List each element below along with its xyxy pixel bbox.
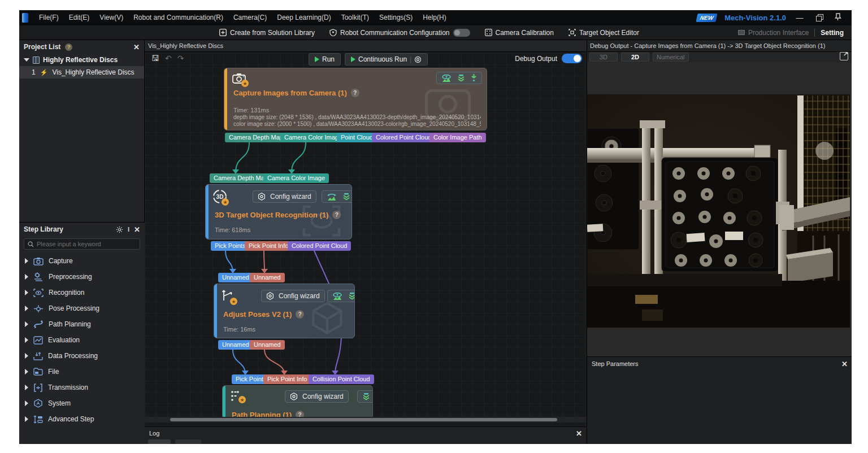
- menu-edit[interactable]: Edit(E): [64, 10, 95, 25]
- undo-button[interactable]: ↶: [165, 54, 172, 63]
- config-wizard-button[interactable]: Config wizard: [285, 390, 349, 403]
- collapse-chevrons-icon[interactable]: [348, 293, 355, 300]
- category-path-planning[interactable]: Path Planning: [19, 316, 145, 332]
- expand-caret-icon[interactable]: [25, 321, 28, 327]
- menu-deep-learning[interactable]: Deep Learning(D): [272, 10, 336, 25]
- expand-caret-icon[interactable]: [25, 290, 28, 295]
- redo-button[interactable]: ↷: [177, 54, 184, 63]
- graph-canvas[interactable]: 🖫 ↶ ↷ Run Continuous Run | Debug Output: [145, 52, 587, 426]
- node-capture-images-from-camera[interactable]: ★ Capture Images from Camera (1) ? Time:…: [224, 68, 487, 130]
- output-port[interactable]: Colored Point Cloud: [288, 241, 351, 251]
- debug-output-toggle[interactable]: [562, 54, 582, 63]
- category-advanced-step[interactable]: Advanced Step: [19, 411, 145, 427]
- input-port[interactable]: Unnamed: [218, 273, 253, 282]
- tab-numerical[interactable]: Numerical: [653, 53, 689, 62]
- log-tab-stub[interactable]: [148, 439, 171, 444]
- scrollbar-thumb[interactable]: [170, 418, 557, 421]
- expand-caret-icon[interactable]: [25, 416, 28, 422]
- output-port[interactable]: Pick Points: [211, 241, 249, 251]
- horizontal-scrollbar[interactable]: [145, 417, 587, 422]
- collapse-chevrons-icon[interactable]: [362, 393, 370, 400]
- visualization-icon[interactable]: [327, 193, 337, 201]
- input-port[interactable]: Collision Point Cloud: [309, 374, 374, 384]
- category-preprocessing[interactable]: Preprocessing: [19, 269, 145, 285]
- step-search-box[interactable]: [24, 238, 140, 250]
- expand-caret-icon[interactable]: [25, 400, 28, 406]
- robot-communication-toggle[interactable]: [453, 29, 470, 37]
- expand-caret-icon[interactable]: [25, 337, 28, 343]
- visualization-icon[interactable]: [332, 293, 342, 300]
- visualization-icon[interactable]: [441, 75, 452, 82]
- menu-toolkit[interactable]: Toolkit(T): [336, 10, 374, 25]
- production-interface-button[interactable]: Production Interface: [738, 29, 809, 37]
- project-group-row[interactable]: Highly Reflective Discs: [19, 54, 144, 66]
- setting-button[interactable]: Setting: [821, 29, 847, 37]
- node-adjust-poses-v2[interactable]: ★ Config wizard Adjust Poses V2 (1) ? Ti…: [214, 284, 355, 338]
- menu-view[interactable]: View(V): [94, 10, 128, 25]
- camera-calibration-button[interactable]: Camera Calibration: [485, 29, 554, 37]
- menu-settings[interactable]: Settings(S): [374, 10, 418, 25]
- project-list-close-icon[interactable]: ✕: [133, 43, 140, 51]
- category-recognition[interactable]: Recognition: [19, 285, 145, 300]
- pin-panel-icon[interactable]: I: [128, 226, 129, 233]
- output-port[interactable]: Camera Color Image: [280, 133, 346, 142]
- tab-3d[interactable]: 3D: [589, 53, 618, 62]
- output-port[interactable]: Colored Point Cloud: [372, 133, 435, 142]
- expand-caret-icon[interactable]: [25, 385, 28, 390]
- output-port[interactable]: Camera Depth Map: [225, 133, 287, 142]
- category-data-processing[interactable]: Data Processing: [19, 348, 145, 364]
- node-help-icon[interactable]: ?: [351, 89, 359, 97]
- collapse-chevrons-icon[interactable]: [457, 75, 465, 82]
- config-wizard-button[interactable]: Config wizard: [253, 190, 316, 203]
- input-port[interactable]: Unnamed: [250, 273, 285, 282]
- debug-image-viewer[interactable]: [587, 62, 852, 356]
- category-transmission[interactable]: Transmission: [19, 380, 145, 395]
- menu-camera[interactable]: Camera(C): [228, 10, 272, 25]
- open-external-icon[interactable]: [840, 52, 848, 60]
- minimize-button[interactable]: —: [794, 14, 805, 22]
- input-port[interactable]: Camera Depth Map: [210, 173, 272, 183]
- step-parameters-close-icon[interactable]: ✕: [841, 360, 848, 368]
- project-list-help-icon[interactable]: ?: [65, 43, 72, 51]
- gear-icon[interactable]: [116, 226, 123, 233]
- robot-communication-configuration-button[interactable]: Robot Communication Configuration: [329, 29, 470, 37]
- tab-2d[interactable]: 2D: [621, 53, 649, 62]
- menu-help[interactable]: Help(H): [418, 10, 451, 25]
- menu-file[interactable]: File(F): [34, 10, 64, 25]
- node-3d-target-object-recognition[interactable]: 3D ★ Config wizard 3D Target Object Reco…: [205, 184, 352, 239]
- save-button[interactable]: 🖫: [151, 54, 159, 63]
- menu-robot-communication[interactable]: Robot and Communication(R): [128, 10, 228, 25]
- continuous-run-button[interactable]: Continuous Run |: [345, 53, 428, 66]
- node-path-planning[interactable]: ★ Config wizard Path Planning (1) ?: [222, 385, 373, 419]
- expand-caret-icon[interactable]: [25, 353, 28, 359]
- create-from-solution-library-button[interactable]: Create from Solution Library: [219, 29, 315, 37]
- output-port[interactable]: Pick Point Info: [245, 241, 292, 251]
- node-help-icon[interactable]: ?: [296, 310, 304, 319]
- output-port[interactable]: Unnamed: [250, 340, 285, 350]
- category-file[interactable]: File: [19, 364, 145, 380]
- input-port[interactable]: Camera Color Image: [263, 173, 329, 183]
- output-port[interactable]: Unnamed: [218, 340, 253, 350]
- category-evaluation[interactable]: Evaluation: [19, 332, 145, 348]
- run-button[interactable]: Run: [309, 53, 341, 66]
- step-search-input[interactable]: [37, 241, 133, 247]
- expand-caret-icon[interactable]: [25, 258, 28, 264]
- category-capture[interactable]: Capture: [19, 253, 145, 269]
- category-system[interactable]: System: [19, 395, 145, 411]
- category-pose-processing[interactable]: Pose Processing: [19, 300, 145, 316]
- target-object-editor-button[interactable]: Target Object Editor: [568, 29, 639, 37]
- restore-button[interactable]: [813, 14, 824, 22]
- collapse-caret-icon[interactable]: [24, 58, 29, 62]
- input-port[interactable]: Pick Point Info: [263, 374, 311, 384]
- pin-button[interactable]: [832, 13, 844, 23]
- step-library-close-icon[interactable]: ✕: [134, 225, 140, 234]
- collapse-chevrons-icon[interactable]: [342, 193, 350, 201]
- project-item-row[interactable]: 1 ⚡ Vis_Highly Reflective Discs: [19, 66, 144, 79]
- expand-caret-icon[interactable]: [25, 274, 28, 280]
- expand-caret-icon[interactable]: [25, 369, 28, 374]
- expand-caret-icon[interactable]: [25, 306, 28, 311]
- download-arrow-icon[interactable]: [471, 74, 477, 82]
- output-port[interactable]: Point Cloud: [337, 133, 377, 142]
- log-close-icon[interactable]: ✕: [576, 429, 582, 438]
- output-port[interactable]: Color Image Path: [429, 133, 486, 142]
